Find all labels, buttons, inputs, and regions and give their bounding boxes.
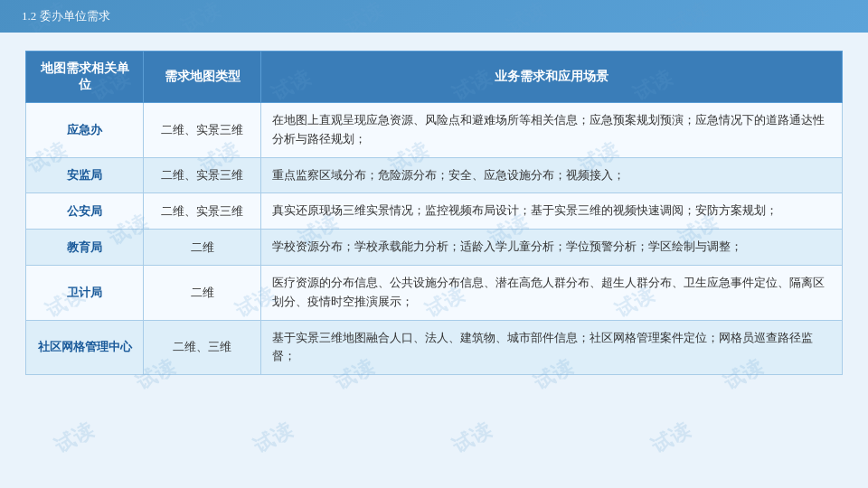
cell-unit: 应急办 — [26, 103, 144, 158]
cell-type: 二维、三维 — [144, 320, 261, 375]
cell-type: 二维、实景三维 — [144, 193, 261, 230]
cell-business: 医疗资源的分布信息、公共设施分布信息、潜在高危人群分布、超生人群分布、卫生应急事… — [261, 265, 843, 320]
table-row: 卫计局二维医疗资源的分布信息、公共设施分布信息、潜在高危人群分布、超生人群分布、… — [26, 265, 843, 320]
table-row: 教育局二维学校资源分布；学校承载能力分析；适龄入学儿童分析；学位预警分析；学区绘… — [26, 230, 843, 266]
col-header-unit: 地图需求相关单位 — [26, 52, 144, 103]
cell-business: 重点监察区域分布；危险源分布；安全、应急设施分布；视频接入； — [261, 157, 843, 193]
header-bar: 1.2 委办单位需求 — [0, 0, 868, 33]
cell-unit: 教育局 — [26, 230, 144, 266]
cell-type: 二维 — [144, 265, 261, 320]
cell-business: 真实还原现场三维实景情况；监控视频布局设计；基于实景三维的视频快速调阅；安防方案… — [261, 193, 843, 230]
cell-business: 在地图上直观呈现应急资源、风险点和避难场所等相关信息；应急预案规划预演；应急情况… — [261, 103, 843, 158]
cell-type: 二维 — [144, 230, 261, 266]
col-header-type: 需求地图类型 — [144, 52, 261, 103]
cell-unit: 安监局 — [26, 157, 144, 193]
cell-business: 基于实景三维地图融合人口、法人、建筑物、城市部件信息；社区网格管理案件定位；网格… — [261, 320, 843, 375]
cell-business: 学校资源分布；学校承载能力分析；适龄入学儿童分析；学位预警分析；学区绘制与调整； — [261, 230, 843, 266]
table-row: 公安局二维、实景三维真实还原现场三维实景情况；监控视频布局设计；基于实景三维的视… — [26, 193, 843, 230]
cell-type: 二维、实景三维 — [144, 103, 261, 158]
cell-unit: 公安局 — [26, 193, 144, 230]
cell-unit: 卫计局 — [26, 265, 144, 320]
col-header-business: 业务需求和应用场景 — [261, 52, 843, 103]
table-header-row: 地图需求相关单位 需求地图类型 业务需求和应用场景 — [26, 52, 843, 103]
main-content: 地图需求相关单位 需求地图类型 业务需求和应用场景 应急办二维、实景三维在地图上… — [0, 33, 868, 389]
table-row: 安监局二维、实景三维重点监察区域分布；危险源分布；安全、应急设施分布；视频接入； — [26, 157, 843, 193]
requirements-table: 地图需求相关单位 需求地图类型 业务需求和应用场景 应急办二维、实景三维在地图上… — [25, 51, 843, 375]
header-title: 1.2 委办单位需求 — [22, 8, 110, 24]
table-row: 应急办二维、实景三维在地图上直观呈现应急资源、风险点和避难场所等相关信息；应急预… — [26, 103, 843, 158]
table-row: 社区网格管理中心二维、三维基于实景三维地图融合人口、法人、建筑物、城市部件信息；… — [26, 320, 843, 375]
cell-type: 二维、实景三维 — [144, 157, 261, 193]
cell-unit: 社区网格管理中心 — [26, 320, 144, 375]
